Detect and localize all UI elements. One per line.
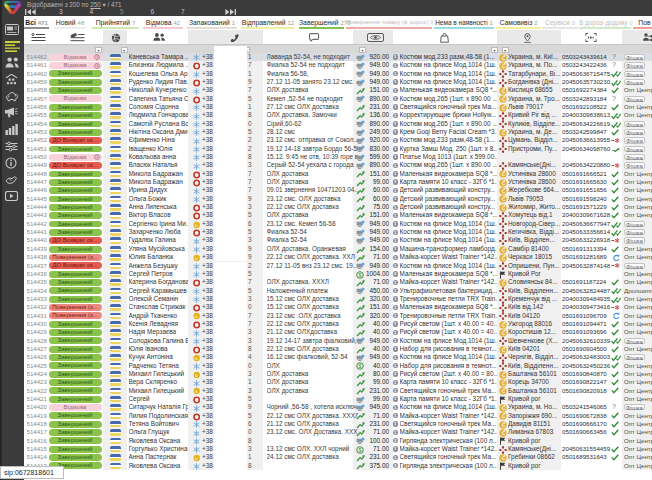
svg-text:lc: lc [195, 222, 198, 227]
svg-text:lc: lc [195, 356, 198, 361]
svg-text:$: $ [359, 272, 362, 278]
svg-text:$: $ [359, 447, 362, 453]
svg-text:lc: lc [195, 314, 198, 319]
svg-text:lc: lc [195, 256, 198, 261]
svg-text:$: $ [359, 363, 362, 369]
svg-text:lc: lc [195, 372, 198, 377]
svg-text:lc: lc [195, 389, 198, 394]
svg-text:lc: lc [195, 456, 198, 461]
